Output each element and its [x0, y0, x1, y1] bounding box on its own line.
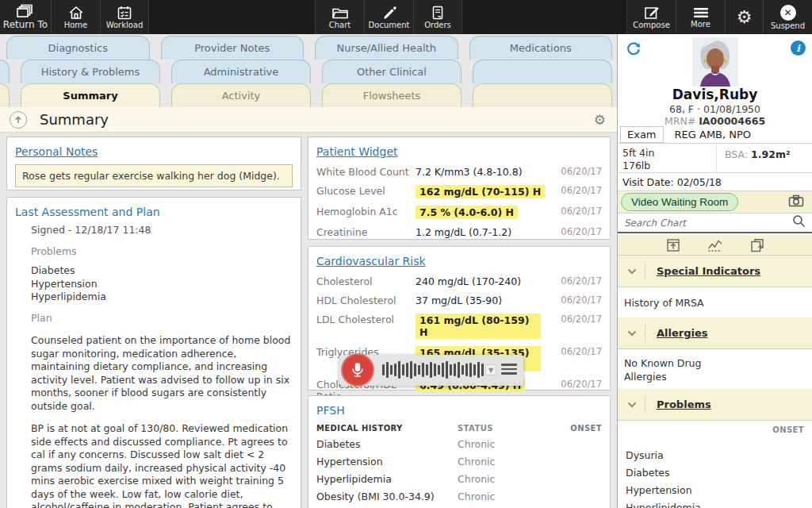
voice-recorder-overlay: ▼ [339, 355, 523, 386]
special-indicators-title: Special Indicators [657, 265, 760, 277]
special-indicators-content: History of MRSA [618, 287, 812, 318]
lab-date: 06/20/17 [561, 346, 602, 357]
document-button[interactable]: Document [364, 0, 413, 34]
medical-history-header: MEDICAL HISTORY [316, 424, 458, 433]
visit-date: Visit Date: 02/05/18 [618, 172, 812, 190]
gear-icon: ⚙ [737, 10, 753, 25]
microphone-record-button[interactable] [341, 353, 374, 387]
tab-medications[interactable]: Medications [469, 36, 613, 60]
list-icon [693, 6, 709, 19]
lab-date: 06/20/17 [561, 185, 602, 196]
compose-label: Compose [633, 21, 670, 29]
return-to-button[interactable]: Return To [0, 0, 51, 34]
signed-timestamp: Signed - 12/18/17 11:48 [31, 224, 293, 237]
search-icon[interactable] [792, 214, 806, 231]
chart-label: Chart [329, 21, 350, 29]
lab-result-row: Glucose Level 162 mg/dL (70-115) H 06/20… [316, 185, 602, 198]
header-divider [645, 325, 645, 342]
lab-value: 37 mg/dL (35-90) [416, 294, 502, 306]
allergies-section-header[interactable]: Allergies [618, 318, 812, 349]
height-weight: 5ft 4in 176lb [618, 144, 717, 172]
problem-item: Diabetes [31, 264, 293, 278]
tab-summary[interactable]: Summary [21, 83, 160, 107]
pfsh-table-header: MEDICAL HISTORY STATUS ONSET [316, 424, 602, 433]
orders-button[interactable]: Orders [413, 0, 462, 34]
recorder-menu-icon[interactable] [501, 364, 517, 377]
chart-tab-strip: Diagnostics Provider Notes Nurse/Allied … [0, 36, 617, 107]
export-box-icon[interactable] [666, 238, 680, 252]
more-button[interactable]: More [676, 0, 725, 34]
workload-button[interactable]: Workload [100, 0, 149, 34]
problem-item: Hypertension [31, 278, 293, 291]
tab-other-clinical[interactable]: Other Clinical [322, 60, 462, 83]
info-icon[interactable]: i [791, 40, 806, 56]
problem-list-item[interactable]: Diabetes [626, 467, 670, 479]
special-indicators-section-header[interactable]: Special Indicators [618, 256, 812, 287]
lab-value: 7.2 K/mm3 (4.8-10.8) [416, 166, 523, 178]
chart-button[interactable]: Chart [315, 0, 364, 34]
last-assessment-link[interactable]: Last Assessment and Plan [15, 206, 160, 218]
more-label: More [691, 20, 710, 29]
lab-result-row: Cholesterol 240 mg/dL (170-240) 06/20/17 [316, 275, 602, 287]
tab-nurse-allied-health[interactable]: Nurse/Allied Health [315, 36, 458, 60]
recorder-dropdown-caret[interactable]: ▼ [485, 364, 496, 375]
header-divider [645, 263, 645, 280]
summary-settings-gear-icon[interactable]: ⚙ [594, 112, 606, 128]
document-label: Document [369, 21, 410, 29]
personal-notes-link[interactable]: Personal Notes [15, 145, 98, 158]
tab-diagnostics[interactable]: Diagnostics [6, 36, 150, 60]
table-row: Diabetes Chronic [316, 438, 602, 450]
compose-icon [644, 6, 660, 20]
pencil-icon [381, 6, 397, 20]
problem-list-item[interactable]: Dysuria [626, 449, 664, 461]
camera-icon[interactable] [788, 194, 804, 210]
chevron-down-icon [627, 402, 637, 408]
tab-provider-notes[interactable]: Provider Notes [161, 36, 304, 60]
home-button[interactable]: Home [51, 0, 100, 34]
copy-clipboard-plus-icon[interactable] [750, 238, 764, 252]
vitals-row: 5ft 4in 176lb BSA: 1.92m² [618, 143, 812, 172]
search-input[interactable] [618, 217, 792, 229]
collapse-up-arrow-icon[interactable] [10, 111, 27, 129]
problem-list-item[interactable]: Hypertension [626, 484, 692, 496]
lab-value-high: 162 mg/dL (70-115) H [416, 185, 545, 198]
problems-section-header[interactable]: Problems [618, 389, 812, 421]
patient-demographics: 68, F · 01/08/1950 [618, 103, 812, 115]
exam-tab[interactable]: Exam [620, 126, 664, 143]
pfsh-link[interactable]: PFSH [316, 404, 345, 417]
settings-button[interactable]: ⚙ [725, 0, 763, 34]
tab-administrative[interactable]: Administrative [171, 60, 311, 83]
search-chart-row [618, 213, 812, 233]
tab-activity[interactable]: Activity [171, 83, 311, 107]
refresh-icon[interactable] [626, 40, 642, 60]
top-toolbar: Return To Home Workload Chart [0, 0, 812, 34]
tab-history-problems[interactable]: History & Problems [21, 60, 160, 83]
table-row: Hypertension Chronic [316, 456, 602, 468]
patient-name: Davis,Ruby [618, 87, 812, 102]
allergies-content: No Known Drug Allergies [618, 349, 812, 389]
patient-widget-link[interactable]: Patient Widget [316, 145, 398, 158]
orders-document-icon [431, 6, 445, 20]
problem-list-item[interactable]: Hyperlipidemia [626, 502, 701, 508]
tab-unlabeled[interactable] [473, 83, 612, 107]
patient-photo[interactable] [692, 37, 738, 90]
exam-status-row: Exam REG AMB, NPO [618, 126, 812, 143]
cardiovascular-risk-link[interactable]: Cardiovascular Risk [316, 255, 426, 267]
toolbar-middle-group: Chart Document Orders [315, 0, 462, 34]
plan-paragraph: Counseled patient on the importance of h… [31, 334, 293, 413]
tab-flowsheets[interactable]: Flowsheets [322, 83, 462, 107]
plan-paragraph: BP is at not at goal of 130/80. Reviewed… [31, 422, 293, 508]
video-waiting-room-button[interactable]: Video Waiting Room [621, 193, 738, 211]
lab-value-high: 7.5 % (4.0-6.0) H [416, 206, 518, 219]
lab-date: 06/20/17 [561, 314, 602, 325]
special-indicator-item: History of MRSA [624, 297, 812, 309]
compose-button[interactable]: Compose [626, 0, 676, 34]
trend-graph-icon[interactable] [707, 238, 723, 252]
plan-label: Plan [31, 312, 293, 325]
lab-result-row: White Blood Count 7.2 K/mm3 (4.8-10.8) 0… [316, 166, 602, 178]
lab-result-row: HDL Cholesterol 37 mg/dL (35-90) 06/20/1… [316, 294, 602, 306]
tab-unlabeled[interactable] [473, 60, 612, 83]
video-waiting-row: Video Waiting Room [618, 190, 812, 213]
home-label: Home [64, 21, 88, 29]
suspend-button[interactable]: ✕ Suspend [763, 0, 812, 34]
